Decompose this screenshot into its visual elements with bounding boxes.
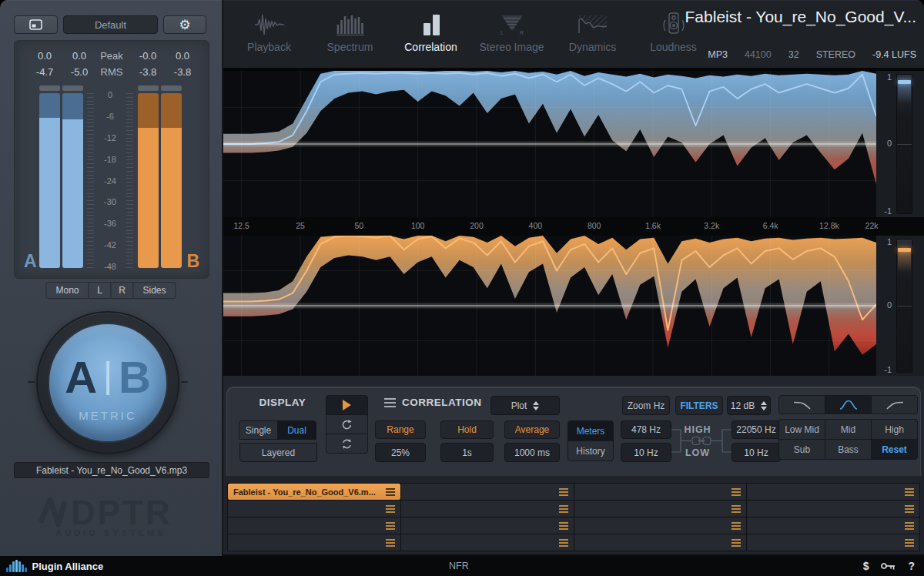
correlation-plot-b[interactable] (223, 236, 876, 376)
display-single-button[interactable]: Single (239, 420, 278, 440)
sides-button[interactable]: Sides (133, 282, 176, 299)
range-button[interactable]: Range (375, 420, 426, 439)
hold-value-field[interactable]: 1s (440, 443, 494, 462)
playlist-cell[interactable] (574, 517, 747, 534)
band-sub-button[interactable]: Sub (778, 439, 825, 460)
tab-playback[interactable]: Playback (229, 0, 310, 68)
tab-correlation[interactable]: Correlation (390, 0, 471, 68)
playlist-cell[interactable]: Fableist - You_re_No_Good_V6.m... (228, 484, 400, 500)
playlist-cell[interactable] (228, 501, 400, 517)
playlist-cell-menu-icon[interactable] (386, 488, 395, 496)
playlist-cell[interactable] (401, 501, 574, 517)
meters-button[interactable]: Meters (567, 420, 614, 441)
ab-metric-knob[interactable]: A | B METRIC (36, 311, 179, 454)
plot-b-ylabel-top: 1 (881, 237, 892, 246)
highpass-filter-button[interactable] (871, 395, 918, 414)
playlist-cell[interactable] (228, 534, 400, 551)
band-high-button[interactable]: High (871, 419, 918, 440)
average-button[interactable]: Average (504, 420, 560, 439)
playlist-cell[interactable] (401, 534, 574, 551)
tab-dynamics[interactable]: Dynamics (552, 0, 633, 68)
lowpass-filter-button[interactable] (778, 395, 825, 414)
filters-button[interactable]: FILTERS (675, 396, 723, 415)
playlist-cell[interactable] (747, 534, 919, 551)
average-value-field[interactable]: 1000 ms (504, 443, 560, 462)
playlist-cell-menu-icon[interactable] (559, 505, 568, 513)
playlist-cell-menu-icon[interactable] (559, 522, 568, 530)
band-mid-button[interactable]: Mid (825, 419, 872, 440)
preset-selector[interactable]: Default (63, 15, 158, 34)
right-button[interactable]: R (111, 282, 134, 299)
display-dual-button[interactable]: Dual (277, 420, 316, 440)
zoom-high-field[interactable]: 478 Hz (621, 420, 671, 439)
slope-dropdown[interactable]: 12 dB (727, 396, 771, 415)
tab-stereo-image[interactable]: L R Stereo Image (471, 0, 552, 68)
playlist-cell[interactable] (574, 484, 747, 500)
playlist-cell-menu-icon[interactable] (386, 539, 395, 547)
refresh-button[interactable] (326, 434, 368, 454)
playlist-cell-menu-icon[interactable] (732, 488, 741, 496)
band-bass-button[interactable]: Bass (825, 439, 872, 460)
left-panel: Default ⚙ 0.0 0.0 Peak -0.0 0.0 -4.7 -5.… (0, 0, 223, 556)
correlation-plot-a[interactable] (223, 71, 876, 217)
dollar-icon[interactable]: $ (863, 560, 869, 572)
loop-button[interactable] (326, 414, 368, 434)
mono-button[interactable]: Mono (46, 282, 89, 299)
zoom-hz-button[interactable]: Zoom Hz (622, 396, 670, 415)
playlist-cell-menu-icon[interactable] (905, 539, 914, 547)
help-icon[interactable]: ? (908, 560, 915, 572)
loudness-speaker-icon (658, 10, 689, 39)
band-low-mid-button[interactable]: Low Mid (778, 419, 825, 440)
playlist-cell-menu-icon[interactable] (732, 539, 741, 547)
zoom-low-field[interactable]: 10 Hz (621, 443, 671, 462)
filter-high-field[interactable]: 22050 Hz (732, 420, 781, 439)
filter-low-field[interactable]: 10 Hz (732, 443, 781, 462)
plot-mode-dropdown[interactable]: Plot (490, 396, 560, 415)
playlist-cell[interactable] (747, 517, 919, 534)
playlist-cell-menu-icon[interactable] (559, 539, 568, 547)
hold-button[interactable]: Hold (440, 420, 494, 439)
playlist-cell[interactable] (401, 484, 574, 500)
correlation-menu-icon[interactable] (382, 398, 397, 407)
playlist-cell-menu-icon[interactable] (905, 505, 914, 513)
playlist-cell[interactable] (747, 501, 919, 517)
display-layered-button[interactable]: Layered (239, 443, 317, 462)
current-file-bar[interactable]: Fableist - You_re_No_Good_V6.mp3 (14, 462, 209, 478)
bandpass-filter-button[interactable] (825, 395, 872, 414)
meta-bitdepth: 32 (788, 49, 799, 60)
plugin-alliance-brand[interactable]: Plugin Alliance (6, 560, 103, 572)
left-button[interactable]: L (89, 282, 112, 299)
meta-samplerate: 44100 (745, 49, 772, 60)
playlist-cell[interactable] (574, 534, 747, 551)
playlist-cell-menu-icon[interactable] (386, 522, 395, 530)
peak-b-right: 0.0 (167, 50, 198, 62)
settings-button[interactable]: ⚙ (163, 15, 206, 34)
correlation-heading: CORRELATION (402, 397, 482, 408)
range-value-field[interactable]: 25% (375, 443, 426, 462)
playlist-cell[interactable] (228, 517, 400, 534)
history-button[interactable]: History (567, 440, 614, 461)
freq-tick-label: 6.4k (763, 221, 778, 230)
ab-window-button[interactable] (14, 15, 58, 34)
plot-row-b: 1 0 -1 (223, 236, 924, 376)
playlist-cell-menu-icon[interactable] (905, 522, 914, 530)
playlist-cell[interactable] (747, 484, 919, 500)
playlist-cell-menu-icon[interactable] (905, 488, 914, 496)
playlist-cell-menu-icon[interactable] (732, 505, 741, 513)
plot-row-a: 1 0 -1 (223, 69, 924, 217)
rms-a-left: -4.7 (25, 66, 64, 78)
ab-window-icon (29, 19, 42, 30)
freq-tick-label: 100 (411, 221, 425, 230)
low-link-label: LOW (681, 443, 715, 462)
playlist-cell-menu-icon[interactable] (732, 522, 741, 530)
playlist-cell-menu-icon[interactable] (559, 488, 568, 496)
playlist-cell[interactable] (401, 517, 574, 534)
tab-spectrum[interactable]: Spectrum (310, 0, 390, 68)
playlist-cell[interactable] (574, 501, 747, 517)
key-icon[interactable] (881, 562, 896, 570)
freq-tick-label: 12.5 (234, 221, 249, 230)
play-icon (343, 400, 351, 410)
play-button[interactable] (326, 395, 368, 415)
bands-reset-button[interactable]: Reset (871, 439, 918, 460)
playlist-cell-menu-icon[interactable] (386, 505, 395, 513)
